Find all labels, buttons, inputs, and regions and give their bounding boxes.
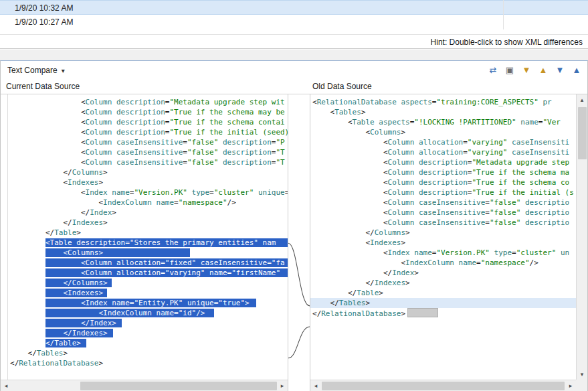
- code-line[interactable]: </Indexes>: [10, 328, 288, 338]
- code-line[interactable]: <Column description="True if the schema …: [312, 167, 576, 177]
- previous-change-icon[interactable]: ▲: [570, 64, 583, 77]
- code-line[interactable]: <Indexes>: [312, 238, 576, 248]
- code-line[interactable]: </Table>: [10, 228, 288, 238]
- code-line[interactable]: </RelationalDatabase>: [10, 358, 288, 368]
- code-line[interactable]: </Table>: [10, 338, 288, 348]
- code-line[interactable]: <Column allocation="varying" name="first…: [10, 268, 288, 278]
- code-line[interactable]: </Index>: [10, 318, 288, 328]
- history-column-divider: [503, 0, 504, 29]
- code-line[interactable]: <Column description="Metadata upgrade st…: [312, 157, 576, 167]
- code-line[interactable]: </RelationalDatabase>: [312, 308, 576, 318]
- code-line[interactable]: <Column caseInsensitive="false" descript…: [10, 137, 288, 147]
- hint-bar: Hint: Double-click to show XML differenc…: [0, 34, 588, 49]
- compare-toolbar: Text Compare ▾ ⇄▣▼▲▼▲: [1, 61, 587, 80]
- code-line[interactable]: <Column caseInsensitive="false" descript…: [312, 208, 576, 218]
- code-line[interactable]: <Index name="Version.PK" type="cluster" …: [10, 187, 288, 198]
- left-pane-title: Current Data Source: [1, 80, 288, 94]
- code-line[interactable]: <Column description="True if the schema …: [312, 177, 576, 187]
- history-row[interactable]: 1/9/20 10:27 AM: [0, 15, 588, 29]
- code-line[interactable]: </Table>: [312, 288, 576, 298]
- right-code-editor[interactable]: <RelationalDatabase aspects="training:CO…: [310, 94, 576, 380]
- pane-headers: Current Data Source Old Data Source: [1, 80, 587, 94]
- copy-all-left-to-right-icon[interactable]: ▣: [503, 64, 516, 77]
- code-line[interactable]: </Index>: [312, 268, 576, 278]
- code-line[interactable]: <Column description="Metadata upgrade st…: [10, 97, 288, 107]
- previous-difference-icon[interactable]: ▲: [536, 64, 550, 77]
- code-line[interactable]: </Columns>: [10, 278, 288, 288]
- code-line[interactable]: <Column allocation="fixed" caseInsensiti…: [10, 258, 288, 268]
- code-line[interactable]: <IndexColumn name="namespace"/>: [10, 198, 288, 208]
- code-line[interactable]: <Column caseInsensitive="false" descript…: [10, 147, 288, 157]
- code-line[interactable]: <Column description="True if the schema …: [10, 117, 288, 127]
- code-line[interactable]: </Columns>: [312, 228, 576, 238]
- diff-connector-gutter: [288, 94, 310, 380]
- code-line[interactable]: <Column description="True if the schema …: [10, 107, 288, 117]
- right-hscroll-thumb[interactable]: [322, 382, 565, 390]
- code-line[interactable]: <Column description="True if the initial…: [10, 127, 288, 137]
- swap-left-right-icon[interactable]: ⇄: [486, 64, 500, 77]
- text-compare-label: Text Compare: [7, 66, 58, 75]
- code-line[interactable]: <Table aspects="!LOCKING !PARTITIONED" n…: [312, 117, 576, 127]
- scroll-down-icon[interactable]: ▾: [577, 369, 587, 380]
- code-line[interactable]: <Columns>: [312, 127, 576, 137]
- code-line[interactable]: <Tables>: [312, 107, 576, 117]
- code-line[interactable]: </Indexes>: [312, 278, 576, 288]
- code-line[interactable]: </Tables>: [310, 298, 576, 308]
- next-difference-icon[interactable]: ▼: [520, 64, 533, 77]
- code-line[interactable]: <Column caseInsensitive="false" descript…: [312, 198, 576, 208]
- code-line[interactable]: <Index name="Entity.PK" unique="true">: [10, 298, 288, 308]
- insertion-point-marker: [407, 308, 438, 317]
- code-line[interactable]: <Columns>: [10, 248, 288, 258]
- compare-editor-window: 1/9/20 10:32 AM1/9/20 10:27 AM Hint: Dou…: [0, 0, 588, 391]
- left-code-editor[interactable]: <Column description="Metadata upgrade st…: [1, 94, 288, 380]
- current-data-source-pane: <Column description="Metadata upgrade st…: [1, 94, 288, 391]
- text-compare-section: Text Compare ▾ ⇄▣▼▲▼▲ Current Data Sourc…: [0, 60, 588, 391]
- chevron-down-icon: ▾: [62, 67, 65, 74]
- code-line[interactable]: <IndexColumn name="namespace"/>: [312, 258, 576, 268]
- compare-panes: <Column description="Metadata upgrade st…: [1, 94, 587, 391]
- code-line[interactable]: </Tables>: [10, 348, 288, 358]
- code-line[interactable]: <Table description="Stores the primary e…: [10, 238, 288, 248]
- right-vscroll-thumb[interactable]: [578, 107, 587, 159]
- scroll-right-icon[interactable]: ▸: [565, 380, 576, 391]
- pane-header-gap: [288, 80, 310, 94]
- hint-text: Hint: Double-click to show XML differenc…: [431, 37, 583, 47]
- code-line[interactable]: <Column caseInsensitive="false" descript…: [312, 218, 576, 228]
- next-change-icon[interactable]: ▼: [553, 64, 567, 77]
- code-line[interactable]: <RelationalDatabase aspects="training:CO…: [312, 97, 576, 107]
- right-vertical-scrollbar[interactable]: ▴ ▾: [576, 94, 587, 380]
- scroll-left-icon[interactable]: ◂: [1, 380, 11, 391]
- code-line[interactable]: </Columns>: [10, 167, 288, 177]
- right-horizontal-scrollbar[interactable]: ◂ ▸: [310, 380, 576, 391]
- code-line[interactable]: <Indexes>: [10, 177, 288, 187]
- scroll-left-icon[interactable]: ◂: [310, 380, 321, 391]
- right-pane-title: Old Data Source: [310, 80, 587, 94]
- scrollbar-corner: [576, 380, 587, 391]
- code-line[interactable]: <Indexes>: [10, 288, 288, 298]
- code-line[interactable]: <Column allocation="varying" caseInsensi…: [312, 137, 576, 147]
- code-line[interactable]: <Column description="True if the initial…: [312, 187, 576, 198]
- history-row[interactable]: 1/9/20 10:32 AM: [0, 0, 588, 15]
- left-horizontal-scrollbar[interactable]: ◂ ▸: [1, 380, 288, 391]
- old-data-source-pane: <RelationalDatabase aspects="training:CO…: [310, 94, 587, 391]
- scroll-right-icon[interactable]: ▸: [277, 380, 288, 391]
- code-line[interactable]: <Column allocation="varying" caseInsensi…: [312, 147, 576, 157]
- left-hscroll-thumb[interactable]: [80, 382, 277, 390]
- section-divider: [0, 50, 588, 60]
- code-line[interactable]: <IndexColumn name="id"/>: [10, 308, 288, 318]
- diff-connector-lines: [288, 94, 310, 380]
- code-line[interactable]: <Index name="Version.PK" type="cluster" …: [312, 248, 576, 258]
- scroll-up-icon[interactable]: ▴: [577, 94, 587, 105]
- code-line[interactable]: <Column caseInsensitive="false" descript…: [10, 157, 288, 167]
- code-line[interactable]: </Indexes>: [10, 218, 288, 228]
- compare-toolbar-icons: ⇄▣▼▲▼▲: [486, 64, 583, 77]
- code-line[interactable]: </Index>: [10, 208, 288, 218]
- text-compare-dropdown[interactable]: Text Compare ▾: [1, 64, 70, 76]
- history-list: 1/9/20 10:32 AM1/9/20 10:27 AM: [0, 0, 588, 29]
